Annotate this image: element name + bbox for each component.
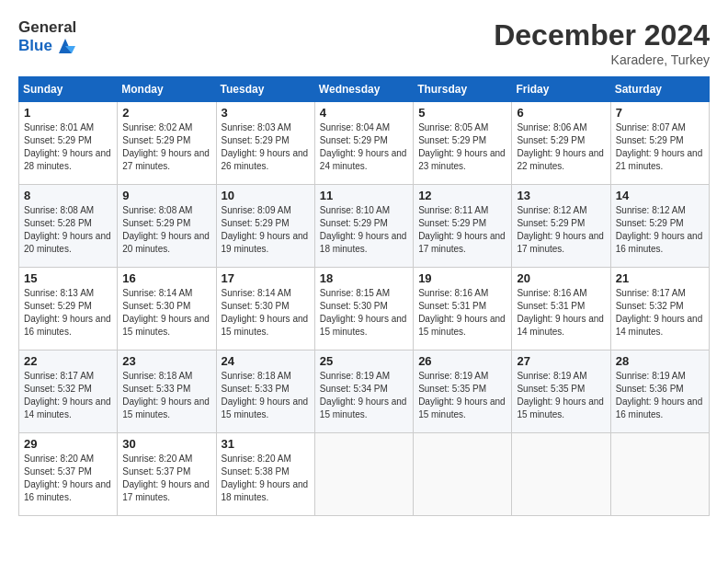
calendar-week-4: 22 Sunrise: 8:17 AM Sunset: 5:32 PM Dayl… bbox=[19, 350, 710, 433]
month-title: December 2024 bbox=[494, 18, 710, 52]
sunset-time: 5:29 PM bbox=[58, 301, 92, 311]
sunrise-label: Sunrise: bbox=[517, 371, 552, 381]
day-info: Sunrise: 8:15 AM Sunset: 5:30 PM Dayligh… bbox=[320, 287, 408, 339]
sunrise-time: 8:07 AM bbox=[652, 122, 686, 132]
daylight-label: Daylight: 9 hours and 19 minutes. bbox=[222, 231, 309, 254]
sunrise-label: Sunrise: bbox=[222, 288, 257, 298]
day-info: Sunrise: 8:12 AM Sunset: 5:29 PM Dayligh… bbox=[616, 204, 704, 256]
day-info: Sunrise: 8:05 AM Sunset: 5:29 PM Dayligh… bbox=[418, 121, 506, 173]
sunrise-time: 8:18 AM bbox=[257, 371, 291, 381]
sunrise-label: Sunrise: bbox=[122, 454, 158, 464]
day-number: 17 bbox=[222, 271, 310, 285]
sunrise-time: 8:14 AM bbox=[257, 288, 291, 298]
sunrise-label: Sunrise: bbox=[517, 288, 552, 298]
sunrise-time: 8:10 AM bbox=[356, 205, 390, 215]
calendar-cell: 28 Sunrise: 8:19 AM Sunset: 5:36 PM Dayl… bbox=[610, 350, 709, 433]
day-info: Sunrise: 8:19 AM Sunset: 5:34 PM Dayligh… bbox=[320, 370, 408, 421]
day-info: Sunrise: 8:01 AM Sunset: 5:29 PM Dayligh… bbox=[24, 121, 112, 173]
calendar-cell: 4 Sunrise: 8:04 AM Sunset: 5:29 PM Dayli… bbox=[314, 102, 413, 185]
daylight-label: Daylight: 9 hours and 16 minutes. bbox=[616, 396, 703, 419]
sunset-label: Sunset: bbox=[517, 135, 551, 145]
calendar-cell: 27 Sunrise: 8:19 AM Sunset: 5:35 PM Dayl… bbox=[512, 350, 610, 433]
calendar-cell: 12 Sunrise: 8:11 AM Sunset: 5:29 PM Dayl… bbox=[414, 185, 512, 268]
sunset-label: Sunset: bbox=[24, 301, 58, 311]
daylight-label: Daylight: 9 hours and 15 minutes. bbox=[222, 314, 309, 337]
sunrise-time: 8:13 AM bbox=[60, 288, 94, 298]
day-info: Sunrise: 8:08 AM Sunset: 5:29 PM Dayligh… bbox=[122, 204, 210, 256]
weekday-header-monday: Monday bbox=[118, 77, 216, 102]
sunrise-label: Sunrise: bbox=[418, 122, 454, 132]
sunrise-label: Sunrise: bbox=[222, 371, 257, 381]
day-info: Sunrise: 8:16 AM Sunset: 5:31 PM Dayligh… bbox=[418, 287, 506, 339]
sunset-time: 5:29 PM bbox=[649, 135, 683, 145]
sunset-time: 5:28 PM bbox=[58, 218, 92, 228]
sunset-time: 5:34 PM bbox=[354, 384, 388, 394]
daylight-label: Daylight: 9 hours and 15 minutes. bbox=[122, 396, 210, 419]
title-block: December 2024 Karadere, Turkey bbox=[494, 18, 710, 67]
daylight-label: Daylight: 9 hours and 14 minutes. bbox=[616, 314, 703, 337]
sunrise-time: 8:20 AM bbox=[159, 454, 193, 464]
calendar-cell: 11 Sunrise: 8:10 AM Sunset: 5:29 PM Dayl… bbox=[314, 185, 413, 268]
sunrise-time: 8:18 AM bbox=[159, 371, 193, 381]
daylight-label: Daylight: 9 hours and 22 minutes. bbox=[517, 148, 604, 171]
sunset-time: 5:29 PM bbox=[649, 218, 683, 228]
sunset-time: 5:29 PM bbox=[452, 135, 486, 145]
sunrise-time: 8:15 AM bbox=[356, 288, 390, 298]
calendar-cell: 29 Sunrise: 8:20 AM Sunset: 5:37 PM Dayl… bbox=[19, 433, 118, 516]
calendar-cell: 25 Sunrise: 8:19 AM Sunset: 5:34 PM Dayl… bbox=[314, 350, 413, 433]
calendar-cell: 5 Sunrise: 8:05 AM Sunset: 5:29 PM Dayli… bbox=[414, 102, 512, 185]
calendar-cell bbox=[610, 433, 709, 516]
sunrise-time: 8:19 AM bbox=[455, 371, 489, 381]
sunrise-label: Sunrise: bbox=[320, 122, 356, 132]
sunset-time: 5:29 PM bbox=[354, 135, 388, 145]
sunset-time: 5:30 PM bbox=[156, 301, 190, 311]
calendar-week-3: 15 Sunrise: 8:13 AM Sunset: 5:29 PM Dayl… bbox=[19, 268, 710, 350]
calendar-cell: 16 Sunrise: 8:14 AM Sunset: 5:30 PM Dayl… bbox=[118, 268, 216, 350]
sunset-label: Sunset: bbox=[222, 218, 256, 228]
sunset-label: Sunset: bbox=[222, 301, 256, 311]
sunset-time: 5:33 PM bbox=[255, 384, 289, 394]
sunrise-label: Sunrise: bbox=[24, 371, 60, 381]
day-info: Sunrise: 8:13 AM Sunset: 5:29 PM Dayligh… bbox=[24, 287, 112, 339]
sunset-time: 5:30 PM bbox=[255, 301, 289, 311]
sunset-label: Sunset: bbox=[418, 301, 452, 311]
sunrise-label: Sunrise: bbox=[418, 371, 454, 381]
sunset-label: Sunset: bbox=[320, 301, 354, 311]
sunrise-time: 8:02 AM bbox=[159, 122, 193, 132]
sunset-time: 5:37 PM bbox=[58, 466, 92, 477]
day-info: Sunrise: 8:06 AM Sunset: 5:29 PM Dayligh… bbox=[517, 121, 605, 173]
day-info: Sunrise: 8:20 AM Sunset: 5:37 PM Dayligh… bbox=[122, 453, 210, 504]
weekday-header-wednesday: Wednesday bbox=[314, 77, 413, 102]
calendar-cell: 31 Sunrise: 8:20 AM Sunset: 5:38 PM Dayl… bbox=[216, 433, 314, 516]
sunrise-time: 8:17 AM bbox=[60, 371, 94, 381]
sunset-label: Sunset: bbox=[517, 384, 551, 394]
daylight-label: Daylight: 9 hours and 18 minutes. bbox=[222, 479, 309, 502]
sunrise-time: 8:08 AM bbox=[159, 205, 193, 215]
day-number: 18 bbox=[320, 271, 408, 285]
calendar-week-5: 29 Sunrise: 8:20 AM Sunset: 5:37 PM Dayl… bbox=[19, 433, 710, 516]
page-header: General Blue December 2024 Karadere, Tur… bbox=[18, 18, 710, 67]
day-info: Sunrise: 8:04 AM Sunset: 5:29 PM Dayligh… bbox=[320, 121, 408, 173]
sunset-label: Sunset: bbox=[122, 135, 156, 145]
day-number: 5 bbox=[418, 106, 506, 120]
calendar-cell: 19 Sunrise: 8:16 AM Sunset: 5:31 PM Dayl… bbox=[414, 268, 512, 350]
day-number: 6 bbox=[517, 106, 605, 120]
sunrise-label: Sunrise: bbox=[418, 205, 454, 215]
sunset-time: 5:36 PM bbox=[649, 384, 683, 394]
calendar-cell: 9 Sunrise: 8:08 AM Sunset: 5:29 PM Dayli… bbox=[118, 185, 216, 268]
logo-icon bbox=[55, 37, 75, 55]
sunrise-time: 8:11 AM bbox=[455, 205, 489, 215]
calendar-week-2: 8 Sunrise: 8:08 AM Sunset: 5:28 PM Dayli… bbox=[19, 185, 710, 268]
day-info: Sunrise: 8:08 AM Sunset: 5:28 PM Dayligh… bbox=[24, 204, 112, 256]
daylight-label: Daylight: 9 hours and 27 minutes. bbox=[122, 148, 210, 171]
sunset-time: 5:37 PM bbox=[156, 466, 190, 477]
day-info: Sunrise: 8:16 AM Sunset: 5:31 PM Dayligh… bbox=[517, 287, 605, 339]
sunrise-label: Sunrise: bbox=[122, 122, 158, 132]
calendar-cell: 13 Sunrise: 8:12 AM Sunset: 5:29 PM Dayl… bbox=[512, 185, 610, 268]
calendar-cell: 2 Sunrise: 8:02 AM Sunset: 5:29 PM Dayli… bbox=[118, 102, 216, 185]
daylight-label: Daylight: 9 hours and 17 minutes. bbox=[122, 479, 210, 502]
sunrise-time: 8:09 AM bbox=[257, 205, 291, 215]
sunset-label: Sunset: bbox=[616, 218, 650, 228]
calendar-cell: 23 Sunrise: 8:18 AM Sunset: 5:33 PM Dayl… bbox=[118, 350, 216, 433]
day-info: Sunrise: 8:10 AM Sunset: 5:29 PM Dayligh… bbox=[320, 204, 408, 256]
